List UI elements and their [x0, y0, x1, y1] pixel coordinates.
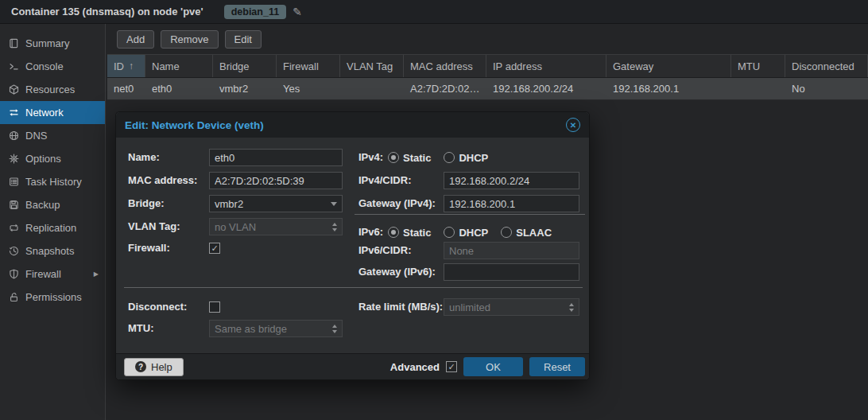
mac-input[interactable] — [209, 172, 343, 189]
advanced-section-divider — [124, 287, 583, 288]
dialog-title: Edit: Network Device (veth) — [125, 119, 264, 131]
spinner-icon[interactable] — [332, 223, 337, 231]
vlan-label: VLAN Tag: — [128, 218, 180, 235]
firewall-label: Firewall: — [128, 239, 170, 257]
sidebar-item-resources[interactable]: Resources — [0, 78, 105, 101]
ipv6-section-divider — [355, 214, 585, 215]
ok-button[interactable]: OK — [463, 357, 523, 376]
submenu-caret-icon: ▶ — [94, 270, 99, 278]
bridge-select[interactable]: vmbr2 — [209, 195, 343, 212]
spinner-icon[interactable] — [332, 325, 337, 333]
add-button[interactable]: Add — [117, 30, 154, 49]
column-header-id[interactable]: ID↑ — [107, 55, 145, 77]
cell-mac-address: A2:7D:2D:02… — [404, 78, 486, 99]
name-input[interactable] — [209, 149, 343, 166]
column-header-name[interactable]: Name — [145, 55, 213, 77]
gateway-ipv6-label: Gateway (IPv6): — [358, 263, 436, 281]
help-button[interactable]: ? Help — [124, 358, 184, 376]
list-icon — [8, 177, 19, 188]
sidebar-item-network[interactable]: Network — [0, 101, 105, 124]
globe-icon — [8, 130, 19, 142]
sidebar-item-label: Replication — [25, 222, 76, 234]
ipv4-cidr-input[interactable] — [444, 172, 579, 189]
edit-tags-pencil-icon[interactable]: ✎ — [293, 6, 302, 18]
cell-name: eth0 — [145, 78, 213, 99]
ipv6-cidr-label: IPv6/CIDR: — [358, 242, 411, 259]
cell-vlan-tag — [340, 78, 404, 99]
bridge-label: Bridge: — [128, 195, 165, 212]
sidebar-item-firewall[interactable]: Firewall▶ — [0, 262, 105, 286]
disconnect-checkbox[interactable] — [209, 301, 220, 313]
edit-button[interactable]: Edit — [225, 30, 262, 49]
floppy-icon — [8, 200, 19, 211]
dialog-form: Name: MAC address: Bridge: vmbr2 VLAN Ta… — [116, 138, 589, 355]
chevron-down-icon — [331, 202, 337, 206]
name-label: Name: — [128, 149, 160, 166]
mac-label: MAC address: — [128, 172, 197, 189]
column-header-mtu[interactable]: MTU — [731, 55, 785, 77]
gateway-ipv4-input[interactable] — [444, 195, 579, 212]
retweet-icon — [8, 223, 19, 234]
dialog-titlebar: Edit: Network Device (veth) ✕ — [116, 112, 589, 138]
sidebar-item-label: Firewall — [25, 268, 61, 280]
rate-limit-placeholder: unlimited — [449, 301, 490, 313]
ipv4-mode-static-radio[interactable]: Static — [388, 152, 431, 164]
close-icon[interactable]: ✕ — [566, 118, 580, 132]
question-icon: ? — [135, 361, 146, 372]
exchange-icon — [8, 107, 19, 119]
sidebar-item-label: Network — [25, 107, 64, 119]
sidebar-item-permissions[interactable]: Permissions — [0, 286, 105, 309]
gear-icon — [8, 154, 19, 165]
sidebar-item-label: Resources — [25, 84, 75, 95]
ipv4-mode-group: StaticDHCP — [388, 149, 488, 166]
container-titlebar: Container 135 (dnsmasq) on node 'pve' de… — [0, 0, 868, 24]
gateway-ipv6-input[interactable] — [444, 263, 579, 281]
cell-bridge: vmbr2 — [213, 78, 277, 99]
sidebar-item-label: DNS — [25, 130, 47, 142]
sidebar-item-dns[interactable]: DNS — [0, 124, 105, 147]
reset-button[interactable]: Reset — [529, 357, 585, 376]
sidebar-item-task-history[interactable]: Task History — [0, 170, 105, 193]
remove-button[interactable]: Remove — [161, 30, 218, 49]
column-header-mac-address[interactable]: MAC address — [404, 55, 486, 77]
sidebar-item-backup[interactable]: Backup — [0, 193, 105, 216]
ipv6-mode-slaac-radio[interactable]: SLAAC — [501, 227, 552, 239]
table-row[interactable]: net0eth0vmbr2YesA2:7D:2D:02…192.168.200.… — [107, 78, 868, 100]
cell-ip-address: 192.168.200.2/24 — [486, 78, 606, 99]
mtu-input[interactable]: Same as bridge — [209, 320, 343, 337]
column-header-ip-address[interactable]: IP address — [486, 55, 606, 77]
sidebar-item-console[interactable]: Console — [0, 55, 105, 78]
sidebar-item-summary[interactable]: Summary — [0, 32, 105, 55]
terminal-icon — [8, 61, 19, 72]
sidebar-nav: SummaryConsoleResourcesNetworkDNSOptions… — [0, 24, 106, 420]
vlan-input[interactable]: no VLAN — [209, 218, 343, 235]
sidebar-item-snapshots[interactable]: Snapshots — [0, 239, 105, 262]
sidebar-item-replication[interactable]: Replication — [0, 216, 105, 239]
rate-limit-input[interactable]: unlimited — [444, 298, 579, 316]
gateway-ipv4-label: Gateway (IPv4): — [358, 195, 436, 212]
ipv6-mode-dhcp-radio[interactable]: DHCP — [444, 227, 488, 239]
sidebar-item-label: Options — [25, 153, 61, 165]
shield-icon — [8, 269, 19, 280]
column-header-disconnected[interactable]: Disconnected — [785, 55, 868, 77]
rate-limit-label: Rate limit (MB/s): — [358, 298, 443, 316]
column-header-bridge[interactable]: Bridge — [213, 55, 277, 77]
ipv6-mode-static-radio[interactable]: Static — [388, 227, 431, 239]
cell-gateway: 192.168.200.1 — [606, 78, 731, 99]
history-icon — [8, 246, 19, 257]
spinner-icon[interactable] — [569, 303, 574, 312]
unlock-icon — [8, 292, 19, 303]
network-toolbar: AddRemoveEdit — [107, 24, 868, 54]
bridge-select-value: vmbr2 — [215, 198, 243, 210]
column-header-gateway[interactable]: Gateway — [606, 55, 731, 77]
ipv4-mode-dhcp-radio[interactable]: DHCP — [444, 152, 488, 164]
firewall-checkbox[interactable]: ✓ — [209, 243, 220, 254]
disconnect-label: Disconnect: — [128, 298, 187, 316]
sidebar-item-options[interactable]: Options — [0, 147, 105, 170]
mtu-label: MTU: — [128, 320, 154, 337]
column-header-vlan-tag[interactable]: VLAN Tag — [340, 55, 404, 77]
column-header-firewall[interactable]: Firewall — [277, 55, 340, 77]
ipv6-cidr-input[interactable] — [444, 242, 579, 259]
sidebar-item-label: Task History — [25, 176, 82, 188]
advanced-checkbox[interactable]: ✓ — [446, 361, 457, 372]
